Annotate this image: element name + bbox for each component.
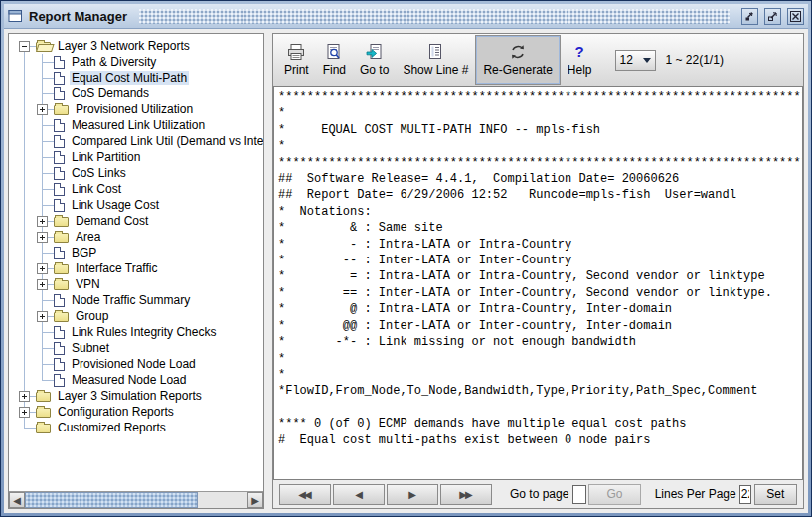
tree-item-label: Node Traffic Summary (70, 293, 192, 307)
tree-item-label: Demand Cost (74, 214, 150, 228)
tree-item[interactable]: Layer 3 Simulation Reports (9, 388, 263, 404)
tree-item[interactable]: Path & Diversity (9, 54, 263, 70)
tree-item-label: Measured Node Load (70, 373, 188, 387)
expander-icon[interactable] (19, 407, 30, 418)
tree-item[interactable]: Link Rules Integrity Checks (9, 324, 263, 340)
report-line: * - : Intra-LATA or Intra-Country (278, 237, 798, 253)
show-line-label: Show Line # (403, 63, 468, 77)
tree-item[interactable]: Layer 3 Network Reports (9, 38, 263, 54)
set-button[interactable]: Set (754, 484, 797, 505)
report-line: ****************************************… (278, 89, 798, 105)
expander-icon[interactable] (37, 216, 48, 227)
tree-item-label: Interface Traffic (74, 261, 159, 275)
tree-item[interactable]: Group (9, 308, 263, 324)
tree-node-icon (54, 247, 65, 259)
tree-item-label: CoS Links (70, 166, 128, 180)
goto-icon (366, 43, 384, 61)
tree-item[interactable]: Configuration Reports (9, 404, 263, 420)
close-button[interactable] (787, 8, 804, 25)
tree-item-label: CoS Demands (70, 86, 151, 100)
find-button[interactable]: Find (316, 37, 353, 83)
report-line: **** 0 (of 0) ECMP demands have multiple… (278, 416, 798, 431)
tree-item-label: Customized Reports (56, 421, 168, 434)
restore-button[interactable] (764, 8, 781, 25)
regenerate-icon (509, 43, 527, 61)
title-bar[interactable]: Report Manager (4, 4, 808, 29)
go-to-page-input[interactable] (572, 485, 586, 504)
scrollbar-thumb[interactable] (25, 492, 198, 508)
tree-item-label: Group (74, 309, 110, 323)
tree-item[interactable]: CoS Demands (9, 86, 263, 101)
next-page-button[interactable]: ▶ (387, 484, 438, 505)
page-size-dropdown[interactable]: 12 (615, 50, 656, 71)
tree-item[interactable]: BGP (9, 245, 263, 260)
tree-item-label: BGP (70, 246, 98, 259)
expander-icon[interactable] (37, 311, 48, 322)
show-line-number-button[interactable]: Show Line # (396, 37, 475, 83)
pagination-bar: ◀◀ ◀ ▶ ▶▶ Go to page Go Lines Per Page S… (273, 480, 803, 508)
last-page-icon: ▶▶ (459, 489, 472, 500)
regenerate-label: Re-Generate (483, 63, 552, 77)
report-line: * EQUAL COST MULTI-PATH INFO -- mpls-fis… (278, 122, 798, 138)
tree-item[interactable]: Area (9, 229, 263, 245)
expander-icon[interactable] (37, 232, 48, 243)
print-button[interactable]: Print (277, 37, 316, 83)
tree-item[interactable]: Provisioned Utilization (9, 101, 263, 117)
scrollbar-track[interactable] (198, 492, 247, 508)
tree-node-icon (54, 264, 69, 274)
expander-icon[interactable] (19, 391, 30, 402)
minimize-button[interactable] (741, 8, 758, 25)
lines-per-page-input[interactable] (739, 485, 751, 504)
tree-item[interactable]: Provisioned Node Load (9, 356, 263, 372)
panel-splitter[interactable] (264, 33, 272, 509)
close-icon (789, 10, 802, 23)
scroll-left-button[interactable]: ◀ (9, 492, 25, 508)
window-title: Report Manager (29, 9, 127, 24)
tree-node-icon (36, 392, 51, 402)
scroll-right-button[interactable]: ▶ (247, 492, 263, 508)
tree-item[interactable]: Interface Traffic (9, 260, 263, 276)
go-to-page-label: Go to page (510, 487, 568, 501)
help-button[interactable]: ? Help (561, 37, 599, 83)
tree-scroll-area[interactable]: Layer 3 Network Reports Path & Diversity… (9, 34, 263, 491)
report-line: ****************************************… (278, 155, 798, 171)
tree-item[interactable]: Link Usage Cost (9, 197, 263, 213)
tree-item-label: Link Cost (70, 182, 123, 196)
expander-icon[interactable] (37, 279, 48, 290)
tree-item[interactable]: Link Partition (9, 149, 263, 165)
regenerate-button[interactable]: Re-Generate (475, 35, 560, 85)
tree-node-icon (54, 72, 65, 85)
tree-item[interactable]: Demand Cost (9, 213, 263, 229)
tree-item[interactable]: Node Traffic Summary (9, 292, 263, 308)
report-manager-window: Report Manager (0, 0, 812, 517)
tree-item-label: Path & Diversity (70, 55, 158, 69)
last-page-button[interactable]: ▶▶ (440, 484, 492, 505)
report-text-area[interactable]: ****************************************… (273, 86, 803, 480)
expander-icon[interactable] (37, 104, 48, 115)
tree-item[interactable]: Compared Link Util (Demand vs Interface) (9, 133, 263, 149)
go-button[interactable]: Go (588, 484, 640, 505)
expander-icon[interactable] (37, 263, 48, 274)
tree-node-icon (54, 294, 65, 307)
printer-icon (286, 43, 306, 61)
goto-button[interactable]: Go to (353, 37, 396, 83)
tree-node-icon (36, 408, 51, 418)
tree-item[interactable]: Link Cost (9, 181, 263, 197)
first-page-button[interactable]: ◀◀ (279, 484, 331, 505)
tree-item[interactable]: Subnet (9, 340, 263, 356)
tree-item[interactable]: Customized Reports (9, 420, 263, 435)
previous-page-button[interactable]: ◀ (333, 484, 385, 505)
tree-item[interactable]: Equal Cost Multi-Path (9, 70, 263, 86)
goto-label: Go to (360, 63, 389, 77)
tree-item[interactable]: CoS Links (9, 165, 263, 181)
tree-node-icon (54, 342, 65, 355)
previous-page-icon: ◀ (355, 489, 363, 500)
tree-node-icon (54, 358, 65, 371)
report-line: *FlowID,From_Node,To_Node,Bandwidth,Type… (278, 383, 798, 399)
tree-horizontal-scrollbar[interactable]: ◀ ▶ (9, 491, 263, 508)
tree-item[interactable]: VPN (9, 276, 263, 292)
tree-item[interactable]: Measured Link Utilization (9, 117, 263, 133)
expander-icon[interactable] (19, 41, 30, 52)
tree-node-icon (54, 105, 69, 115)
tree-item[interactable]: Measured Node Load (9, 372, 263, 388)
